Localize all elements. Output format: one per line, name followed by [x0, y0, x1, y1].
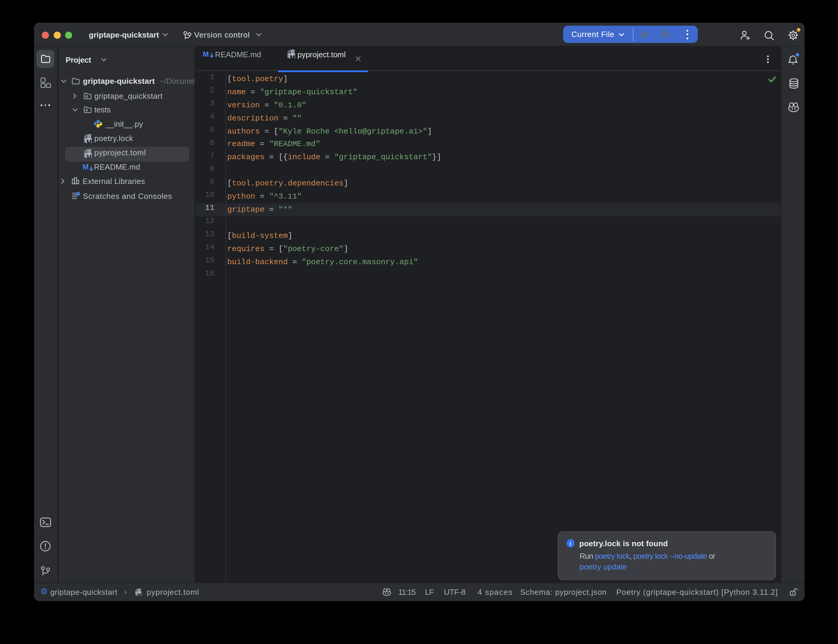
- svg-text:[T]: [T]: [85, 138, 92, 143]
- svg-text:[T]: [T]: [136, 591, 141, 596]
- svg-text:[T]: [T]: [85, 152, 92, 158]
- svg-text:[T]: [T]: [289, 53, 295, 59]
